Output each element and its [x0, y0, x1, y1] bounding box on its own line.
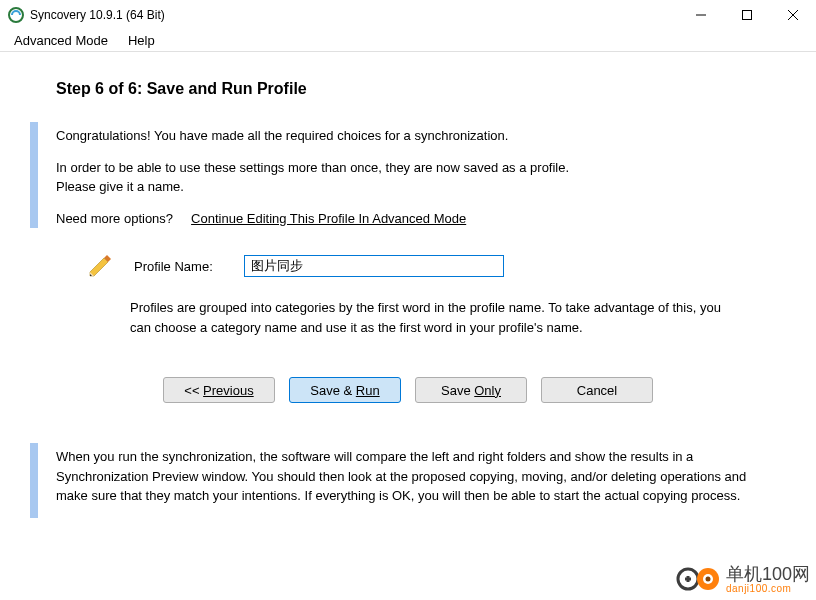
watermark-subtext: danji100.com	[726, 583, 810, 594]
profile-name-label: Profile Name:	[134, 259, 224, 274]
maximize-button[interactable]	[724, 0, 770, 30]
need-more-label: Need more options?	[56, 209, 173, 229]
save-and-run-button[interactable]: Save & Run	[289, 377, 401, 403]
wizard-content: Step 6 of 6: Save and Run Profile Congra…	[0, 52, 816, 556]
intro-section: Congratulations! You have made all the r…	[30, 122, 786, 228]
previous-button[interactable]: << Previous	[163, 377, 275, 403]
svg-point-14	[705, 577, 710, 582]
titlebar: Syncovery 10.9.1 (64 Bit)	[0, 0, 816, 30]
footer-section: When you run the synchronization, the so…	[30, 443, 786, 518]
save-info-text: In order to be able to use these setting…	[56, 158, 756, 178]
menu-advanced-mode[interactable]: Advanced Mode	[6, 31, 116, 50]
window-title: Syncovery 10.9.1 (64 Bit)	[30, 8, 678, 22]
cancel-button[interactable]: Cancel	[541, 377, 653, 403]
svg-marker-5	[90, 258, 108, 276]
accent-bar	[30, 122, 38, 228]
minimize-button[interactable]	[678, 0, 724, 30]
step-header: Step 6 of 6: Save and Run Profile	[56, 80, 786, 98]
accent-bar	[30, 443, 38, 518]
window-controls	[678, 0, 816, 30]
profile-name-row: Profile Name:	[86, 252, 786, 280]
close-button[interactable]	[770, 0, 816, 30]
footer-text: When you run the synchronization, the so…	[56, 447, 756, 506]
profile-name-input[interactable]	[244, 255, 504, 277]
watermark: 单机100网 danji100.com	[676, 564, 810, 594]
watermark-icon	[676, 564, 720, 594]
give-name-text: Please give it a name.	[56, 177, 756, 197]
menubar: Advanced Mode Help	[0, 30, 816, 52]
step-title: Step 6 of 6: Save and Run Profile	[56, 80, 786, 98]
pencil-icon	[86, 252, 114, 280]
advanced-mode-link[interactable]: Continue Editing This Profile In Advance…	[191, 209, 466, 229]
menu-help[interactable]: Help	[120, 31, 163, 50]
save-only-button[interactable]: Save Only	[415, 377, 527, 403]
svg-rect-2	[743, 10, 752, 19]
watermark-text: 单机100网	[726, 565, 810, 583]
category-hint: Profiles are grouped into categories by …	[130, 298, 736, 337]
congrats-text: Congratulations! You have made all the r…	[56, 126, 756, 146]
app-icon	[8, 7, 24, 23]
button-row: << Previous Save & Run Save Only Cancel	[30, 377, 786, 403]
